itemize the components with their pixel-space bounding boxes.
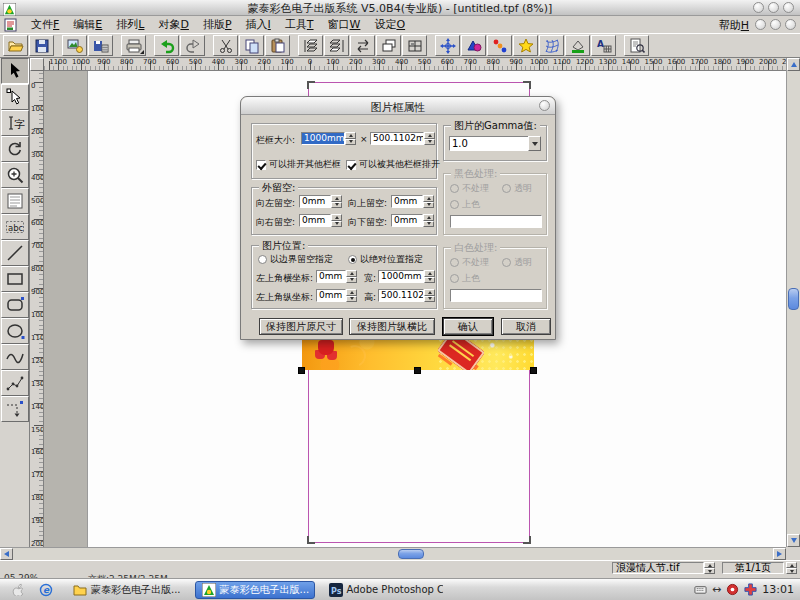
select-tool[interactable]: [1, 58, 29, 84]
task-button-0-folder[interactable]: 蒙泰彩色电子出版...: [67, 581, 187, 599]
x-coordinate-input[interactable]: 0mm: [316, 270, 346, 283]
ok-button[interactable]: 确认: [443, 318, 493, 335]
y-coordinate-spinner[interactable]: [346, 289, 357, 302]
by-margin-radio[interactable]: 以边界留空指定: [258, 253, 333, 266]
undo-button[interactable]: [154, 35, 179, 56]
menu-e[interactable]: 编辑E: [66, 17, 109, 32]
scroll-down-button[interactable]: [787, 534, 800, 547]
maximize-button[interactable]: [768, 2, 779, 13]
line-tool[interactable]: [1, 240, 29, 266]
push-others-checkbox[interactable]: 可以排开其他栏框: [256, 158, 341, 171]
fill-button[interactable]: [565, 35, 590, 56]
frame-width-spinner[interactable]: [345, 132, 356, 145]
menu-l[interactable]: 排列L: [109, 17, 151, 32]
width-input[interactable]: 1000mm: [378, 270, 424, 283]
ellipse-tool[interactable]: [1, 318, 29, 344]
width-spinner[interactable]: [424, 270, 435, 283]
colorize-button[interactable]: [487, 35, 512, 56]
redo-button[interactable]: [180, 35, 205, 56]
mdi-minimize-button[interactable]: [755, 19, 766, 30]
cancel-button[interactable]: 取消: [501, 318, 551, 335]
mdi-restore-button[interactable]: [770, 19, 781, 30]
frame-height-input[interactable]: 500.1102mm: [370, 132, 424, 145]
swap-order-button[interactable]: [350, 35, 375, 56]
selection-handle-right[interactable]: [530, 367, 537, 374]
horizontal-scrollbar[interactable]: [0, 547, 786, 560]
rectangle-tool[interactable]: [1, 266, 29, 292]
rounded-rect-tool[interactable]: [1, 292, 29, 318]
move-button[interactable]: [435, 35, 460, 56]
copy-button[interactable]: [239, 35, 264, 56]
margin-bottom-spinner[interactable]: [423, 214, 434, 227]
input-method-tray-icon[interactable]: [744, 583, 757, 596]
mesh-button[interactable]: [539, 35, 564, 56]
vertical-scroll-thumb[interactable]: [788, 288, 799, 310]
keep-original-size-button[interactable]: 保持图片原尺寸: [259, 318, 343, 335]
gamma-combobox[interactable]: 1.0: [449, 136, 529, 151]
internet-explorer-icon[interactable]: e: [39, 583, 53, 597]
ruler-origin-button[interactable]: [30, 58, 44, 71]
banner-image[interactable]: [302, 337, 534, 370]
menu-f[interactable]: 文件F: [24, 17, 66, 32]
star-button[interactable]: [513, 35, 538, 56]
task-button-1-montage[interactable]: 蒙泰彩色电子出版...: [195, 581, 315, 599]
close-button[interactable]: [783, 2, 794, 13]
minimize-button[interactable]: [753, 2, 764, 13]
print-button[interactable]: [121, 35, 146, 56]
margin-right-spinner[interactable]: [331, 214, 342, 227]
text-abc-tool[interactable]: abc: [1, 214, 29, 240]
margin-right-input[interactable]: 0mm: [299, 214, 331, 227]
cascade-button[interactable]: [376, 35, 401, 56]
margin-bottom-input[interactable]: 0mm: [391, 214, 423, 227]
zoom-tool[interactable]: [1, 162, 29, 188]
bring-forward-button[interactable]: [298, 35, 323, 56]
height-input[interactable]: 500.1102mm: [378, 289, 424, 302]
pushed-by-others-checkbox[interactable]: 可以被其他栏框排开: [346, 158, 440, 171]
margin-top-input[interactable]: 0mm: [391, 195, 423, 208]
dialog-close-button[interactable]: [539, 100, 550, 111]
rotate-tool[interactable]: [1, 136, 29, 162]
direct-select-tool[interactable]: [1, 84, 29, 110]
menu-t[interactable]: 工具T: [278, 17, 321, 32]
margin-left-spinner[interactable]: [331, 195, 342, 208]
shapes-button[interactable]: [461, 35, 486, 56]
connector-tool[interactable]: [1, 396, 29, 422]
image-spinner[interactable]: [704, 562, 715, 574]
scroll-right-button[interactable]: [773, 548, 786, 560]
selection-handle-middle[interactable]: [414, 367, 421, 374]
menu-d[interactable]: 对象D: [151, 17, 195, 32]
page-spinner[interactable]: [786, 562, 797, 574]
text-block-tool[interactable]: [1, 188, 29, 214]
keep-aspect-ratio-button[interactable]: 保持图片纵横比: [349, 318, 435, 335]
mdi-close-button[interactable]: [785, 19, 796, 30]
menu-p[interactable]: 排版P: [196, 17, 239, 32]
save-button[interactable]: [29, 35, 54, 56]
dialog-titlebar[interactable]: 图片框属性: [241, 97, 555, 115]
paste-button[interactable]: [265, 35, 290, 56]
margin-left-input[interactable]: 0mm: [299, 195, 331, 208]
menu-help[interactable]: 帮助H: [712, 18, 756, 33]
horizontal-scroll-thumb[interactable]: [398, 549, 424, 559]
menu-i[interactable]: 插入I: [239, 17, 278, 32]
red-tray-icon[interactable]: [726, 583, 739, 596]
frame-width-input[interactable]: 1000mm: [301, 132, 345, 145]
height-spinner[interactable]: [424, 289, 435, 302]
polyline-tool[interactable]: [1, 370, 29, 396]
apple-menu-icon[interactable]: [12, 583, 25, 596]
cut-button[interactable]: [213, 35, 238, 56]
margin-top-spinner[interactable]: [423, 195, 434, 208]
combine-button[interactable]: [402, 35, 427, 56]
by-absolute-radio[interactable]: 以绝对位置指定: [348, 253, 423, 266]
resize-tray-icon[interactable]: ↔: [712, 583, 721, 596]
x-coordinate-spinner[interactable]: [346, 270, 357, 283]
selection-handle-left[interactable]: [298, 367, 305, 374]
send-backward-button[interactable]: [324, 35, 349, 56]
import-image-button[interactable]: [62, 35, 87, 56]
text-tool[interactable]: 字: [1, 110, 29, 136]
open-button[interactable]: [3, 35, 28, 56]
frame-height-spinner[interactable]: [424, 132, 435, 145]
task-button-2-photoshop[interactable]: PsAdobe Photoshop C...: [323, 581, 443, 599]
scroll-left-button[interactable]: [0, 548, 13, 560]
curve-tool[interactable]: [1, 344, 29, 370]
preview-button[interactable]: [624, 35, 649, 56]
